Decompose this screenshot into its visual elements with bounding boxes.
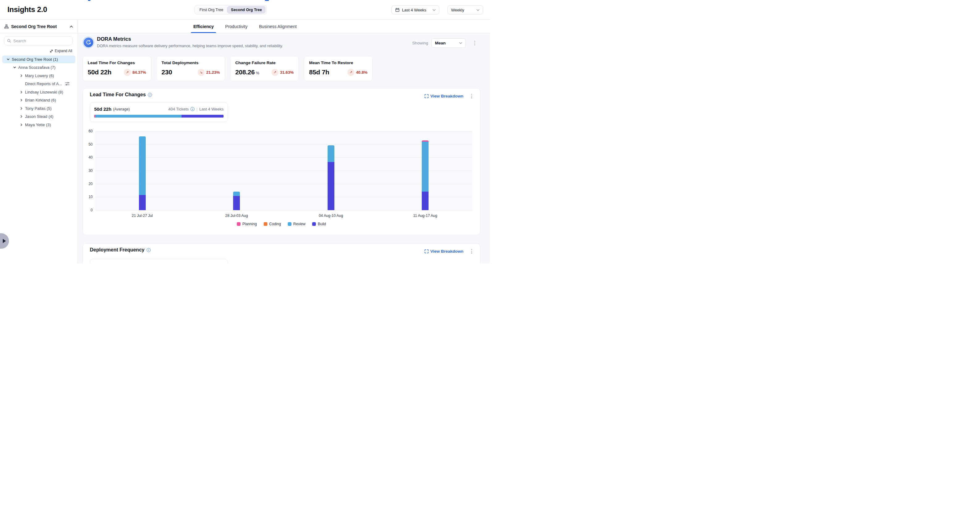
- lead-time-chart-plot: [95, 131, 473, 210]
- legend-item-review[interactable]: Review: [288, 222, 305, 226]
- legend-swatch: [312, 222, 316, 226]
- tree-item-label: Tony Pallas (5): [25, 106, 52, 111]
- phase-segment-build: [181, 115, 224, 117]
- chevron-right-icon[interactable]: [19, 123, 23, 127]
- showing-select[interactable]: Mean: [431, 38, 466, 48]
- trend-up-icon: ↗: [124, 69, 131, 76]
- deployment-frequency-panel: Deployment Frequency i View Breakdown: [83, 243, 480, 264]
- phase-distribution-bar: [94, 115, 224, 117]
- granularity-select[interactable]: Weekly: [447, 5, 483, 14]
- lead-time-kebab-menu[interactable]: [469, 92, 474, 100]
- bar-segment-build: [139, 195, 146, 210]
- bar-segment-build: [422, 192, 428, 210]
- date-range-select[interactable]: Last 4 Weeks: [391, 5, 439, 14]
- info-icon[interactable]: i: [191, 107, 194, 111]
- sidebar-item-maya-yette-3[interactable]: Maya Yette (3): [0, 121, 78, 129]
- gridline-60: [95, 131, 473, 132]
- tree-item-label: Brian Kirkland (6): [25, 98, 56, 102]
- search-box: [4, 37, 73, 45]
- summary-period: Last 4 Weeks: [199, 107, 224, 111]
- legend-item-planning[interactable]: Planning: [237, 222, 257, 226]
- sidebar-item-direct-reports-of-a[interactable]: Direct Reports of A...: [0, 80, 78, 88]
- info-icon[interactable]: i: [148, 93, 152, 97]
- chevron-right-icon[interactable]: [19, 115, 23, 119]
- chevron-down-icon[interactable]: [13, 66, 16, 70]
- stat-card-delta-value: 84.37%: [132, 70, 146, 75]
- sliders-icon[interactable]: [65, 82, 70, 86]
- summary-tickets: 404 Tickets: [168, 107, 189, 111]
- stat-card-value-row: 208.26%↗31.63%: [235, 68, 294, 76]
- tab-business-alignment[interactable]: Business Alignment: [259, 20, 297, 33]
- calendar-icon: [395, 8, 399, 12]
- legend-item-build[interactable]: Build: [312, 222, 326, 226]
- stat-card-mean-time-to-restore: Mean Time To Restore85d 7h↗40.8%: [304, 56, 373, 81]
- sidebar-item-second-org-tree-root-1[interactable]: Second Org Tree Root (1): [0, 55, 78, 63]
- stat-card-delta-value: 21.23%: [206, 70, 220, 75]
- tree-spacer: [19, 82, 23, 86]
- main-area: EfficiencyProductivityBusiness Alignment…: [78, 20, 490, 264]
- toggle-second-org-tree[interactable]: Second Org Tree: [227, 6, 266, 14]
- stat-card-change-failure-rate: Change Failure Rate208.26%↗31.63%: [230, 56, 299, 81]
- deployment-kebab-menu[interactable]: [469, 248, 474, 255]
- sidebar-item-mary-lowery-6[interactable]: Mary Lowery (6): [0, 71, 78, 80]
- stat-card-label: Mean Time To Restore: [309, 60, 368, 65]
- sidebar-item-anna-scozzafava-7[interactable]: Anna Scozzafava (7): [0, 63, 78, 72]
- chevron-down-icon[interactable]: [6, 57, 10, 61]
- phase-segment-review: [95, 115, 181, 117]
- clipped-link-fragment: [88, 0, 91, 1]
- gridline-50: [95, 144, 473, 145]
- expand-all-label: Expand All: [55, 49, 72, 53]
- search-input[interactable]: [13, 38, 70, 43]
- chart-bar-28-jul-03-aug[interactable]: [233, 192, 240, 210]
- expand-all-icon: [50, 49, 53, 53]
- content-scroll-area: DORA Metrics DORA metrics measure softwa…: [78, 33, 490, 264]
- lead-time-summary-card: 50d 22h (Average) 404 Tickets i | Last 4…: [90, 102, 228, 122]
- chart-bar-21-jul-27-jul[interactable]: [139, 137, 146, 210]
- chevron-up-icon[interactable]: [70, 25, 73, 28]
- stat-card-value-row: 230↘21.23%: [161, 68, 220, 76]
- chart-bar-04-aug-10-aug[interactable]: [328, 145, 334, 210]
- expand-all-button[interactable]: Expand All: [50, 49, 72, 53]
- stat-card-delta-value: 40.8%: [356, 70, 368, 75]
- top-app-bar: Insights 2.0 First Org TreeSecond Org Tr…: [0, 0, 490, 20]
- dora-kebab-menu[interactable]: [473, 40, 477, 47]
- sidebar-item-tony-pallas-5[interactable]: Tony Pallas (5): [0, 104, 78, 113]
- y-tick-label: 20: [83, 182, 92, 186]
- stat-card-value: 208.26: [235, 68, 255, 76]
- bar-segment-review: [422, 141, 428, 192]
- chevron-down-icon: [459, 42, 462, 44]
- lead-time-actions: View Breakdown: [425, 92, 474, 100]
- chevron-right-icon[interactable]: [19, 106, 23, 110]
- stat-card-delta: ↗31.63%: [271, 69, 294, 76]
- sidebar-header[interactable]: Second Org Tree Root: [0, 20, 78, 33]
- tab-productivity[interactable]: Productivity: [225, 20, 247, 33]
- chart-bar-11-aug-17-aug[interactable]: [422, 140, 428, 210]
- dora-metrics-description: DORA metrics measure software delivery p…: [97, 44, 283, 48]
- tab-efficiency[interactable]: Efficiency: [193, 20, 214, 33]
- sidebar-item-brian-kirkland-6[interactable]: Brian Kirkland (6): [0, 96, 78, 105]
- tree-item-label: Jason Stead (4): [25, 114, 53, 119]
- stat-card-label: Total Deployments: [161, 60, 220, 65]
- toggle-first-org-tree[interactable]: First Org Tree: [196, 6, 227, 14]
- legend-label: Build: [318, 222, 326, 226]
- showing-value: Mean: [435, 41, 459, 45]
- legend-item-coding[interactable]: Coding: [264, 222, 281, 226]
- view-breakdown-link[interactable]: View Breakdown: [425, 94, 463, 98]
- expand-corners-icon: [425, 249, 428, 253]
- stat-card-value-row: 50d 22h↗84.37%: [88, 68, 146, 76]
- info-icon[interactable]: i: [147, 248, 151, 252]
- sidebar-item-jason-stead-4[interactable]: Jason Stead (4): [0, 113, 78, 121]
- stat-card-unit: %: [256, 71, 259, 75]
- chevron-right-icon[interactable]: [19, 98, 23, 102]
- chevron-right-icon[interactable]: [19, 74, 23, 78]
- tree-item-label: Lindsay Liszewski (8): [25, 90, 63, 94]
- bar-segment-review: [233, 192, 240, 196]
- stat-card-delta-value: 31.63%: [280, 70, 294, 75]
- stat-card-label: Lead Time For Changes: [88, 60, 146, 65]
- tree-item-label: Maya Yette (3): [25, 122, 51, 127]
- stat-card-total-deployments: Total Deployments230↘21.23%: [156, 56, 225, 81]
- stat-card-value-row: 85d 7h↗40.8%: [309, 68, 368, 76]
- view-breakdown-link[interactable]: View Breakdown: [425, 249, 463, 254]
- sidebar-item-lindsay-liszewski-8[interactable]: Lindsay Liszewski (8): [0, 88, 78, 96]
- chevron-right-icon[interactable]: [19, 90, 23, 94]
